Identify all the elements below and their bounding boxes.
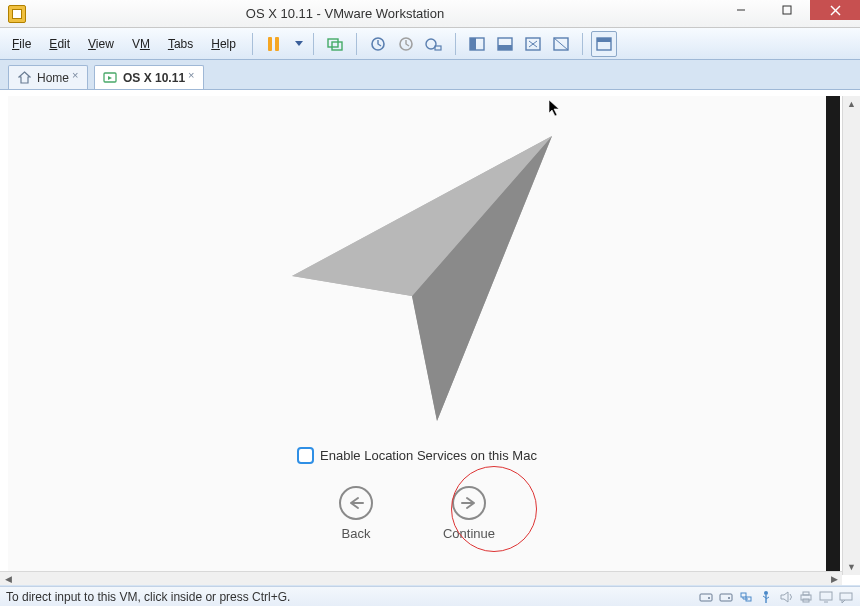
scroll-track[interactable] [16,572,826,585]
display-icon[interactable] [818,590,834,604]
disk-icon[interactable] [718,590,734,604]
vm-tab-icon [103,71,117,85]
svg-marker-22 [108,76,112,80]
status-bar: To direct input to this VM, click inside… [0,586,860,606]
separator [252,33,253,55]
svg-rect-20 [597,38,611,42]
menu-help[interactable]: Help [203,33,244,55]
back-label: Back [342,526,371,541]
menu-tabs[interactable]: Tabs [160,33,201,55]
svg-rect-4 [328,39,338,47]
svg-rect-5 [332,42,342,50]
svg-rect-13 [498,45,512,50]
menu-view[interactable]: View [80,33,122,55]
pause-vm-dropdown[interactable] [289,31,305,57]
location-services-checkbox[interactable] [297,447,314,464]
svg-rect-36 [803,592,809,595]
window-title: OS X 10.11 - VMware Workstation [32,6,718,21]
arrow-left-icon [339,486,373,520]
separator [582,33,583,55]
unity-button[interactable] [591,31,617,57]
svg-rect-23 [700,594,712,601]
separator [356,33,357,55]
menu-file[interactable]: File [4,33,39,55]
pause-vm-button[interactable] [261,31,287,57]
console-view-button[interactable] [464,31,490,57]
svg-rect-27 [741,593,746,597]
svg-rect-9 [435,46,441,50]
location-services-row: Enable Location Services on this Mac [297,447,537,464]
app-icon [8,5,26,23]
window-titlebar: OS X 10.11 - VMware Workstation [0,0,860,28]
status-message: To direct input to this VM, click inside… [6,590,698,604]
menu-edit[interactable]: Edit [41,33,78,55]
network-icon[interactable] [738,590,754,604]
svg-line-18 [554,38,568,50]
content-area: Enable Location Services on this Mac Bac… [0,90,860,586]
svg-rect-40 [840,593,852,600]
close-button[interactable] [810,0,860,20]
location-services-label: Enable Location Services on this Mac [320,448,537,463]
menu-toolbar: File Edit View VM Tabs Help [0,28,860,60]
mac-setup-screen: Enable Location Services on this Mac Bac… [8,96,826,575]
separator [313,33,314,55]
svg-point-31 [764,591,768,595]
snapshot-revert-button[interactable] [393,31,419,57]
tab-label: Home [37,71,69,85]
svg-point-24 [708,597,710,599]
message-icon[interactable] [838,590,854,604]
stretch-guest-button[interactable] [520,31,546,57]
tab-label: OS X 10.11 [123,71,185,85]
scroll-track[interactable] [843,112,860,559]
sound-icon[interactable] [778,590,794,604]
scroll-left-icon[interactable]: ◀ [0,574,16,584]
home-icon [17,71,31,85]
svg-rect-25 [720,594,732,601]
arrow-right-icon [452,486,486,520]
snapshot-take-button[interactable] [365,31,391,57]
separator [455,33,456,55]
vm-overscan-strip [826,96,840,575]
svg-rect-38 [820,592,832,600]
scroll-down-icon[interactable]: ▼ [847,559,856,575]
setup-nav-row: Back Continue [339,486,495,541]
continue-label: Continue [443,526,495,541]
back-button[interactable]: Back [339,486,373,541]
close-tab-icon[interactable]: × [72,70,82,80]
show-console-button[interactable] [492,31,518,57]
scroll-right-icon[interactable]: ▶ [826,574,842,584]
status-icons [698,590,854,604]
svg-rect-1 [783,6,791,14]
tabs-bar: Home × OS X 10.11 × [0,60,860,90]
vm-display[interactable]: Enable Location Services on this Mac Bac… [8,96,826,575]
scroll-up-icon[interactable]: ▲ [847,96,856,112]
minimize-button[interactable] [718,0,764,20]
usb-icon[interactable] [758,590,774,604]
svg-point-26 [728,597,730,599]
printer-icon[interactable] [798,590,814,604]
tab-vm-osx[interactable]: OS X 10.11 × [94,65,204,89]
svg-rect-11 [470,38,476,50]
send-ctrl-alt-del-button[interactable] [322,31,348,57]
vertical-scrollbar[interactable]: ▲ ▼ [842,96,860,575]
location-arrow-icon [262,126,572,429]
continue-button[interactable]: Continue [443,486,495,541]
menu-vm[interactable]: VM [124,33,158,55]
close-tab-icon[interactable]: × [188,70,198,80]
fullscreen-button[interactable] [548,31,574,57]
snapshot-manager-button[interactable] [421,31,447,57]
tab-home[interactable]: Home × [8,65,88,89]
disk-icon[interactable] [698,590,714,604]
maximize-button[interactable] [764,0,810,20]
horizontal-scrollbar[interactable]: ◀ ▶ [0,571,842,585]
